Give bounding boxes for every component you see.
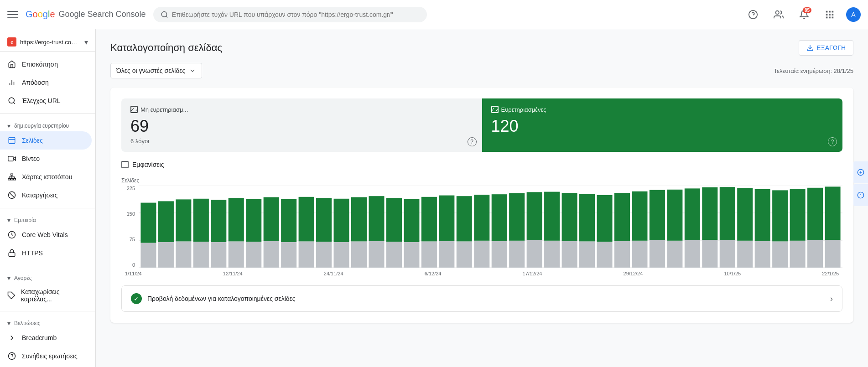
svg-rect-71 [369, 196, 384, 241]
search-small-icon [7, 96, 16, 105]
sidebar-item-https[interactable]: HTTPS [0, 244, 92, 262]
svg-rect-67 [334, 199, 349, 242]
svg-rect-68 [351, 241, 367, 268]
property-selector[interactable]: e https://ergo-trust.com... ▾ [0, 33, 95, 52]
svg-rect-92 [562, 241, 577, 268]
stats-row: ✓ Μη ευρετηριασμ... 69 6 λόγοι ? ✓ Ευρετ… [121, 98, 842, 152]
not-indexed-help[interactable]: ? [468, 137, 477, 146]
x-label-7: 22/1/25 [822, 271, 839, 276]
svg-rect-65 [316, 198, 332, 242]
indexed-value: 120 [491, 117, 834, 136]
svg-rect-90 [544, 241, 560, 268]
svg-rect-26 [14, 179, 16, 180]
svg-rect-63 [299, 197, 314, 242]
header: Google Google Search Console 85 A [0, 0, 868, 29]
experience-section-header[interactable]: ▾ Εμπειρία [0, 212, 95, 226]
sidebar-item-label: Breadcrumb [22, 334, 57, 341]
svg-rect-83 [474, 195, 489, 241]
indexed-label: ✓ Ευρετηριασμένες [491, 106, 834, 113]
sidebar-item-video[interactable]: Βίντεο [0, 150, 92, 168]
svg-rect-10 [832, 14, 834, 16]
apps-button[interactable] [821, 5, 839, 24]
x-label-6: 10/1/25 [724, 271, 741, 276]
svg-point-0 [161, 11, 166, 16]
sidebar-item-label: Επισκόπηση [22, 61, 58, 68]
cta-row[interactable]: ✓ Προβολή δεδομένων για καταλογοποιημένε… [121, 285, 842, 312]
collapse-icon-4: ▾ [7, 320, 10, 327]
apps-icon [825, 10, 835, 20]
chevron-down-icon: ▾ [84, 38, 88, 47]
main-content: Καταλογοποίηση σελίδας ΕΞΑΓΩΓΗ Όλες οι γ… [96, 29, 868, 367]
sidebar-item-performance[interactable]: Απόδοση [0, 73, 92, 92]
side-tab-2[interactable] [853, 184, 868, 206]
svg-marker-21 [13, 157, 16, 160]
svg-rect-44 [140, 243, 156, 268]
svg-rect-19 [9, 137, 15, 144]
svg-rect-73 [386, 198, 402, 242]
export-button[interactable]: ΕΞΑΓΩΓΗ [799, 40, 853, 56]
faq-icon [7, 351, 16, 361]
svg-rect-104 [667, 241, 682, 268]
svg-rect-88 [527, 240, 542, 268]
chart-area: Σελίδες 225 150 75 0 [121, 177, 842, 276]
sidebar-item-removals[interactable]: Καταργήσεις [0, 186, 92, 204]
collapse-icon: ▾ [7, 122, 10, 129]
sidebar-item-faq[interactable]: Συνήθεις ερωτήσεις [0, 347, 92, 365]
svg-rect-7 [832, 10, 834, 12]
svg-rect-96 [597, 242, 612, 268]
help-icon [748, 10, 758, 20]
sidebar-item-label: Βίντεο [22, 155, 40, 162]
sidebar-item-product-listings[interactable]: Καταχωρίσεις καρτέλας... [0, 284, 92, 307]
impressions-checkbox[interactable] [121, 161, 129, 168]
chart-y-axis-label: Σελίδες [121, 177, 842, 184]
page-title: Καταλογοποίηση σελίδας [110, 42, 222, 54]
help-button[interactable] [744, 5, 762, 24]
x-label-5: 29/12/24 [624, 271, 643, 276]
sidebar-item-core-web-vitals[interactable]: Core Web Vitals [0, 226, 92, 244]
svg-rect-55 [229, 198, 244, 241]
collapse-icon-2: ▾ [7, 217, 10, 224]
sidebar-item-pages[interactable]: Σελίδες [0, 131, 92, 150]
menu-icon[interactable] [7, 9, 18, 20]
side-tab-1[interactable] [853, 161, 868, 183]
video-icon [7, 154, 16, 163]
svg-rect-85 [492, 194, 507, 241]
index-section-header[interactable]: ▾ δημιουργία ευρετηρίου [0, 118, 95, 131]
filter-chevron-icon [189, 67, 196, 74]
svg-rect-46 [158, 242, 174, 268]
svg-rect-49 [176, 199, 191, 241]
sidebar-item-sitemaps[interactable]: Χάρτες ιστοτόπου [0, 168, 92, 186]
sidebar-item-label: HTTPS [22, 249, 43, 257]
svg-rect-5 [826, 10, 828, 12]
svg-rect-35 [9, 253, 15, 256]
svg-rect-108 [702, 240, 717, 268]
cta-check-icon: ✓ [131, 293, 142, 304]
indexed-checkbox[interactable]: ✓ [491, 106, 499, 113]
sidebar-item-url-inspection[interactable]: Έλεγχος URL [0, 92, 92, 110]
svg-rect-95 [579, 194, 595, 241]
filter-button[interactable]: Όλες οι γνωστές σελίδες [110, 63, 202, 78]
sidebar-item-label: Συνήθεις ερωτήσεις [22, 352, 78, 360]
shopping-section-header[interactable]: ▾ Αγορές [0, 270, 95, 284]
breadcrumb-icon [7, 333, 16, 342]
svg-rect-79 [439, 196, 454, 241]
indexed-help[interactable]: ? [828, 137, 837, 146]
chart-svg [139, 186, 842, 268]
sidebar-item-overview[interactable]: Επισκόπηση [0, 55, 92, 73]
improvements-section-header[interactable]: ▾ Βελτιώσεις [0, 315, 95, 329]
notifications-button[interactable]: 85 [795, 5, 813, 24]
y-max-label: 225 [127, 186, 135, 191]
gauge-icon [7, 230, 16, 239]
svg-rect-103 [650, 190, 665, 240]
svg-rect-12 [829, 16, 831, 18]
cta-arrow-icon: › [830, 294, 833, 304]
users-button[interactable] [769, 5, 788, 24]
account-avatar[interactable]: A [846, 7, 861, 22]
not-indexed-checkbox[interactable]: ✓ [130, 106, 138, 113]
sidebar-item-breadcrumb[interactable]: Breadcrumb [0, 329, 92, 347]
search-input[interactable] [172, 11, 420, 18]
svg-rect-23 [11, 174, 13, 175]
svg-rect-8 [826, 14, 828, 16]
search-bar[interactable] [153, 7, 427, 22]
sidebar-divider-4 [0, 311, 95, 311]
